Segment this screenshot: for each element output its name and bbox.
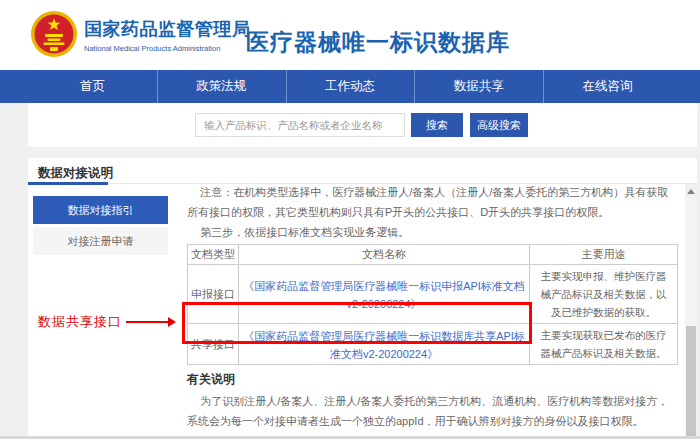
doc-type-cell: 申报接口 bbox=[188, 265, 239, 324]
scroll-up-arrow-icon bbox=[687, 189, 695, 194]
annotation-arrow-icon bbox=[168, 317, 176, 327]
search-section: 搜索 高级搜索 bbox=[28, 103, 697, 147]
org-name: 国家药品监督管理局 bbox=[84, 17, 251, 41]
note-paragraph: 注意：在机构类型选择中，医疗器械注册人/备案人（注册人/备案人委托的第三方机构）… bbox=[187, 182, 677, 222]
content-panel: 数据对接说明 数据对接指引 对接注册申请 注意：在机构类型选择中，医疗器械注册人… bbox=[28, 158, 697, 436]
content-scrollbar[interactable] bbox=[685, 184, 697, 436]
step-paragraph: 第三步，依据接口标准文档实现业务逻辑。 bbox=[187, 222, 677, 242]
sharing-api-doc-link[interactable]: 《国家药品监督管理局医疗器械唯一标识数据库共享API标准文档v2-2020022… bbox=[243, 330, 525, 360]
nav-item-data-sharing[interactable]: 数据共享 bbox=[414, 70, 543, 103]
doc-name-cell: 《国家药品监督管理局医疗器械唯一标识数据库共享API标准文档v2-2020022… bbox=[239, 324, 530, 365]
org-name-english: National Medical Products Administration bbox=[84, 44, 251, 53]
section-title: 数据对接说明 bbox=[38, 165, 113, 182]
site-header: 国家药品监督管理局 National Medical Products Admi… bbox=[0, 0, 700, 70]
nav-item-home[interactable]: 首页 bbox=[28, 70, 157, 103]
declaration-api-doc-link[interactable]: 《国家药品监督管理局医疗器械唯一标识申报API标准文档v2-20200224》 bbox=[243, 280, 525, 310]
document-table: 文档类型 文档名称 主要用途 申报接口 《国家药品监督管理局医疗器械唯一标识申报… bbox=[187, 244, 678, 365]
nav-item-work-news[interactable]: 工作动态 bbox=[286, 70, 415, 103]
sidebar-item-data-connection-guide[interactable]: 数据对接指引 bbox=[33, 196, 168, 224]
red-annotation: 数据共享接口 bbox=[38, 313, 176, 331]
sidebar: 数据对接指引 对接注册申请 bbox=[33, 196, 168, 258]
search-input[interactable] bbox=[195, 113, 405, 137]
doc-purpose-cell: 主要实现获取已发布的医疗器械产品标识及相关数据。 bbox=[530, 324, 678, 365]
table-row-declaration-api: 申报接口 《国家药品监督管理局医疗器械唯一标识申报API标准文档v2-20200… bbox=[188, 265, 678, 324]
search-button[interactable]: 搜索 bbox=[411, 113, 463, 137]
notes-title: 有关说明 bbox=[187, 371, 677, 388]
nav-item-online-consult[interactable]: 在线咨询 bbox=[543, 70, 672, 103]
doc-name-cell: 《国家药品监督管理局医疗器械唯一标识申报API标准文档v2-20200224》 bbox=[239, 265, 530, 324]
section-divider-accent bbox=[28, 182, 108, 185]
annotation-label: 数据共享接口 bbox=[38, 313, 122, 331]
org-identity: 国家药品监督管理局 National Medical Products Admi… bbox=[84, 17, 251, 53]
national-emblem-icon bbox=[30, 10, 78, 58]
table-header-row: 文档类型 文档名称 主要用途 bbox=[188, 245, 678, 265]
nav-item-policies[interactable]: 政策法规 bbox=[157, 70, 286, 103]
scroll-up-button[interactable] bbox=[685, 184, 697, 198]
annotation-arrow-line bbox=[126, 321, 168, 323]
table-header-doc-type: 文档类型 bbox=[188, 245, 239, 265]
sidebar-item-registration-application[interactable]: 对接注册申请 bbox=[33, 227, 168, 255]
table-header-main-purpose: 主要用途 bbox=[530, 245, 678, 265]
site-title: 医疗器械唯一标识数据库 bbox=[246, 27, 510, 58]
advanced-search-button[interactable]: 高级搜索 bbox=[470, 113, 528, 137]
table-row-sharing-api: 共享接口 《国家药品监督管理局医疗器械唯一标识数据库共享API标准文档v2-20… bbox=[188, 324, 678, 365]
doc-type-cell: 共享接口 bbox=[188, 324, 239, 365]
scrollbar-thumb[interactable] bbox=[686, 326, 696, 436]
notes-intro-paragraph: 为了识别注册人/备案人、注册人/备案人委托的第三方机构、流通机构、医疗机构等数据… bbox=[187, 391, 677, 431]
doc-purpose-cell: 主要实现申报、维护医疗器械产品标识及相关数据，以及已维护数据的获取。 bbox=[530, 265, 678, 324]
main-content: 注意：在机构类型选择中，医疗器械注册人/备案人（注册人/备案人委托的第三方机构）… bbox=[187, 158, 677, 436]
table-header-doc-name: 文档名称 bbox=[239, 245, 530, 265]
main-nav: 首页 政策法规 工作动态 数据共享 在线咨询 bbox=[0, 70, 700, 103]
